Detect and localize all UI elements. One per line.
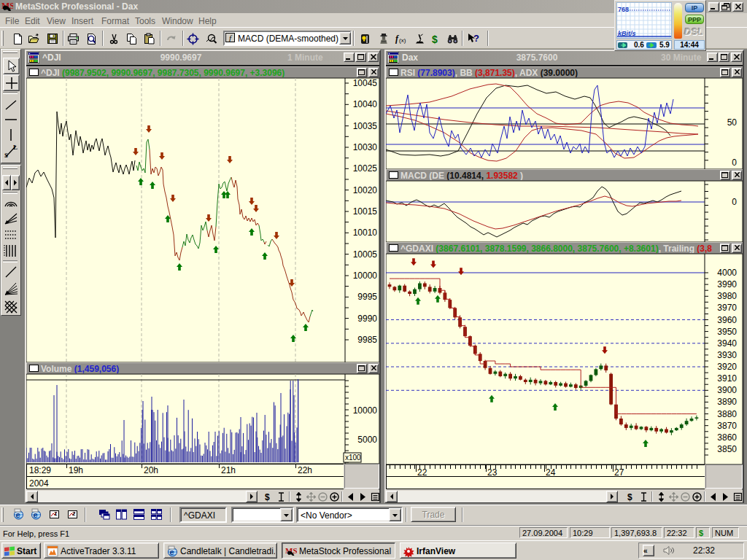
svg-text:3860: 3860 — [717, 432, 737, 443]
svg-text:3950: 3950 — [717, 327, 737, 337]
svg-text:3960: 3960 — [717, 315, 737, 325]
svg-text:x100: x100 — [345, 454, 361, 462]
svg-text:10000: 10000 — [353, 271, 378, 281]
svg-text:3910: 3910 — [717, 373, 737, 384]
svg-text:9995: 9995 — [357, 292, 377, 302]
svg-text:3850: 3850 — [717, 444, 737, 454]
svg-text:5000: 5000 — [357, 435, 377, 445]
svg-text:$: $ — [627, 492, 632, 502]
svg-text:kBit/s: kBit/s — [618, 30, 636, 37]
svg-text:50: 50 — [727, 117, 738, 128]
svg-text:9985: 9985 — [357, 335, 377, 345]
svg-text:10010: 10010 — [353, 228, 378, 238]
svg-text:2: 2 — [72, 510, 76, 517]
svg-text:3980: 3980 — [717, 291, 737, 301]
svg-text:3970: 3970 — [717, 303, 737, 313]
svg-text:(x): (x) — [399, 37, 406, 44]
svg-text:$: $ — [265, 492, 270, 502]
svg-text:0: 0 — [732, 197, 737, 207]
svg-text:3930: 3930 — [717, 350, 737, 360]
svg-text:$: $ — [432, 34, 438, 45]
svg-text:10045: 10045 — [353, 78, 378, 88]
svg-text:3990: 3990 — [717, 279, 737, 289]
svg-text:1: 1 — [54, 510, 58, 517]
svg-text:?: ? — [473, 33, 479, 44]
svg-text:10020: 10020 — [353, 185, 378, 195]
svg-text:10005: 10005 — [353, 249, 378, 260]
svg-text:9990: 9990 — [357, 314, 377, 324]
svg-text:3870: 3870 — [717, 421, 737, 431]
svg-text:3880: 3880 — [717, 409, 737, 419]
svg-text:3920: 3920 — [717, 362, 737, 372]
svg-text:10015: 10015 — [353, 206, 378, 217]
svg-text:10025: 10025 — [353, 163, 378, 174]
svg-text:10035: 10035 — [353, 121, 378, 131]
svg-text:3890: 3890 — [717, 397, 737, 407]
svg-text:768: 768 — [618, 6, 629, 13]
svg-text:3900: 3900 — [717, 385, 737, 395]
svg-text:S: S — [4, 152, 8, 159]
svg-text:L: L — [13, 144, 18, 151]
svg-text:10000: 10000 — [353, 405, 378, 416]
svg-text:10040: 10040 — [353, 99, 378, 109]
svg-text:0: 0 — [732, 158, 737, 168]
svg-text:10030: 10030 — [353, 142, 378, 152]
svg-text:4000: 4000 — [717, 268, 737, 278]
svg-text:3940: 3940 — [717, 338, 737, 349]
